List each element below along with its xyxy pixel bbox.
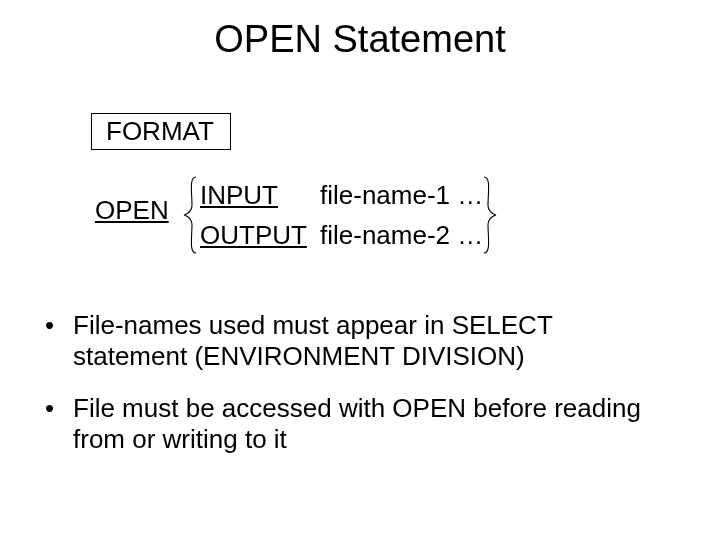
- syntax-line: OUTPUT file-name-2 …: [200, 215, 483, 255]
- syntax-mode: INPUT: [200, 175, 320, 215]
- bullet-dot-icon: •: [45, 393, 73, 454]
- syntax-line: INPUT file-name-1 …: [200, 175, 483, 215]
- list-item: • File must be accessed with OPEN before…: [45, 393, 665, 454]
- syntax-operand: file-name-2 …: [320, 215, 483, 255]
- syntax-block: OPEN INPUT file-name-1 … OUTPUT file-nam…: [95, 175, 483, 256]
- bullet-list: • File-names used must appear in SELECT …: [45, 310, 665, 477]
- bullet-text: File must be accessed with OPEN before r…: [73, 393, 665, 454]
- slide: OPEN Statement FORMAT OPEN INPUT file-na…: [0, 0, 720, 540]
- bullet-dot-icon: •: [45, 310, 73, 371]
- syntax-operand: file-name-1 …: [320, 175, 483, 215]
- format-label-text: FORMAT: [106, 116, 214, 146]
- page-title: OPEN Statement: [0, 18, 720, 61]
- syntax-mode: OUTPUT: [200, 215, 320, 255]
- format-label-box: FORMAT: [91, 113, 231, 150]
- syntax-keyword-open: OPEN: [95, 175, 200, 226]
- list-item: • File-names used must appear in SELECT …: [45, 310, 665, 371]
- bullet-text: File-names used must appear in SELECT st…: [73, 310, 665, 371]
